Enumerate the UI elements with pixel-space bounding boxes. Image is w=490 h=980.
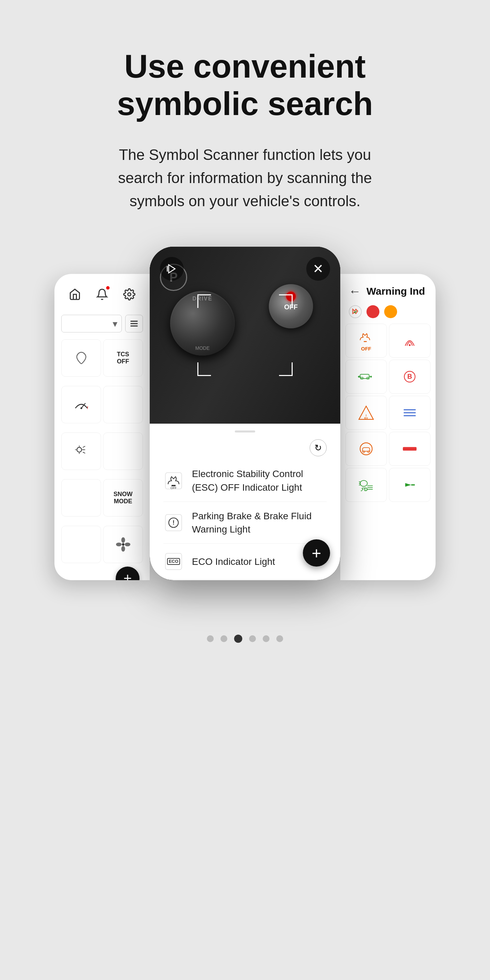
phone-left-inner: ▾ — [54, 274, 150, 580]
page-indicators — [207, 635, 283, 643]
eco-result-text: ECO Indicator Light — [192, 555, 275, 568]
scan-corner-tr — [279, 294, 293, 308]
scan-overlay — [197, 294, 293, 376]
scan-corner-tl — [197, 294, 211, 308]
settings-icon[interactable] — [119, 284, 140, 305]
phone-right-inner: ← Warning Ind — [340, 274, 436, 580]
svg-marker-20 — [169, 265, 175, 273]
scan-corner-bl — [197, 363, 211, 376]
warning-cell-lines[interactable] — [389, 396, 430, 430]
list-view-button[interactable] — [125, 315, 143, 332]
scan-corner-br — [279, 363, 293, 376]
symbol-cell-fan[interactable] — [103, 526, 143, 563]
close-camera-button[interactable]: ✕ — [306, 257, 330, 281]
camera-top-bar: ✕ — [150, 247, 340, 281]
notification-icon[interactable] — [92, 284, 112, 305]
parking-result-text: Parking Brake & Brake Fluid Warning Ligh… — [192, 509, 327, 536]
result-item-esc[interactable]: OFF Electronic Stability Control (ESC) O… — [163, 460, 327, 501]
svg-point-5 — [80, 407, 82, 409]
back-button[interactable]: ← — [349, 284, 361, 298]
left-phone-header — [61, 284, 143, 305]
warning-cell-bar[interactable] — [389, 432, 430, 466]
symbol-cell-empty-left2[interactable] — [61, 479, 101, 517]
svg-marker-62 — [405, 483, 411, 487]
camera-view: DRIVE MODE OFF P — [150, 247, 340, 424]
refresh-button[interactable]: ↻ — [310, 439, 327, 456]
svg-rect-63 — [411, 485, 415, 486]
warning-cell-signal[interactable] — [389, 324, 430, 358]
warning-cell-fog[interactable]: 𝓕D — [345, 468, 387, 502]
svg-line-12 — [83, 446, 85, 447]
camera-extra-button[interactable] — [160, 257, 184, 281]
dropdown-button[interactable]: ▾ — [61, 315, 122, 332]
symbol-grid: TCSOFF ! — [61, 339, 143, 570]
phone-right: ← Warning Ind — [340, 274, 436, 580]
filter-all-checked[interactable] — [349, 305, 362, 318]
svg-text:ECO: ECO — [169, 559, 178, 564]
refresh-area: ↻ — [163, 439, 327, 456]
drag-handle — [235, 430, 255, 433]
esc-result-text: Electronic Stability Control (ESC) OFF I… — [192, 467, 327, 494]
svg-point-19 — [124, 542, 130, 546]
phones-container: ▾ — [27, 247, 463, 580]
result-item-washer[interactable]: Washer Fluid Warning Light — [163, 579, 327, 580]
indicator-dot-1[interactable] — [207, 635, 214, 642]
svg-point-7 — [76, 447, 81, 452]
svg-point-16 — [121, 537, 125, 543]
warning-cell-esc-off[interactable]: OFF — [345, 324, 387, 358]
symbol-cell-gauge-warn[interactable]: ! — [61, 386, 101, 423]
filter-red[interactable] — [366, 305, 379, 318]
svg-point-36 — [409, 344, 410, 346]
left-search-bar: ▾ — [61, 315, 143, 332]
symbol-cell-snow-mode[interactable]: SNOWMODE — [103, 479, 143, 517]
warning-cell-car-circle[interactable] — [345, 432, 387, 466]
home-icon[interactable] — [65, 284, 85, 305]
svg-rect-53 — [403, 447, 417, 451]
svg-line-14 — [83, 452, 85, 453]
indicator-dot-6[interactable] — [276, 635, 283, 642]
indicator-dot-2[interactable] — [221, 635, 227, 642]
page-headline: Use convenient symbolic search — [92, 48, 398, 123]
svg-point-18 — [116, 542, 121, 546]
right-phone-header: ← Warning Ind — [345, 284, 430, 298]
svg-point-50 — [360, 443, 372, 455]
symbol-cell-empty2[interactable] — [103, 386, 143, 423]
svg-text:𝓕D: 𝓕D — [361, 487, 368, 492]
warning-indicators-title: Warning Ind — [366, 285, 425, 297]
phone-center: DRIVE MODE OFF P — [150, 247, 340, 580]
filter-row — [345, 305, 430, 318]
svg-point-17 — [121, 546, 125, 552]
svg-text:B: B — [407, 373, 412, 380]
result-item-eco[interactable]: ECO ECO Indicator Light — [163, 544, 327, 579]
warning-cell-ev[interactable]: ! EV — [345, 396, 387, 430]
page-wrapper: Use convenient symbolic search The Symbo… — [0, 0, 490, 980]
svg-point-15 — [122, 543, 124, 546]
indicator-dot-3-active[interactable] — [234, 635, 242, 643]
filter-orange[interactable] — [384, 305, 397, 318]
esc-icon: OFF — [163, 471, 184, 491]
symbol-cell-light[interactable] — [61, 433, 101, 470]
svg-point-0 — [128, 293, 131, 296]
off-label: OFF — [361, 346, 371, 352]
symbol-cell-tcs-off[interactable]: TCSOFF — [103, 339, 143, 377]
scanner-results: ↻ OFF Electronic Stability Control (ESC)… — [150, 424, 340, 580]
snow-mode-label: SNOWMODE — [114, 491, 133, 505]
indicator-dot-4[interactable] — [249, 635, 256, 642]
symbol-cell-empty-left[interactable] — [61, 339, 101, 377]
fab-add-button[interactable]: + — [303, 539, 330, 566]
parking-brake-icon: ! — [163, 512, 184, 533]
chevron-down-icon: ▾ — [113, 318, 118, 329]
warning-cell-arrow[interactable] — [389, 468, 430, 502]
result-item-parking[interactable]: ! Parking Brake & Brake Fluid Warning Li… — [163, 502, 327, 544]
warning-cell-brake[interactable]: B — [389, 360, 430, 394]
svg-text:OFF: OFF — [170, 486, 177, 490]
warning-grid: OFF — [345, 324, 430, 502]
symbol-cell-empty3[interactable] — [103, 433, 143, 470]
svg-rect-35 — [364, 341, 367, 342]
svg-text:!: ! — [87, 406, 88, 410]
symbol-cell-empty-left3[interactable] — [61, 526, 101, 563]
svg-text:EV: EV — [364, 417, 368, 420]
indicator-dot-5[interactable] — [263, 635, 269, 642]
warning-cell-car-arrows[interactable] — [345, 360, 387, 394]
phone-left: ▾ — [54, 274, 150, 580]
